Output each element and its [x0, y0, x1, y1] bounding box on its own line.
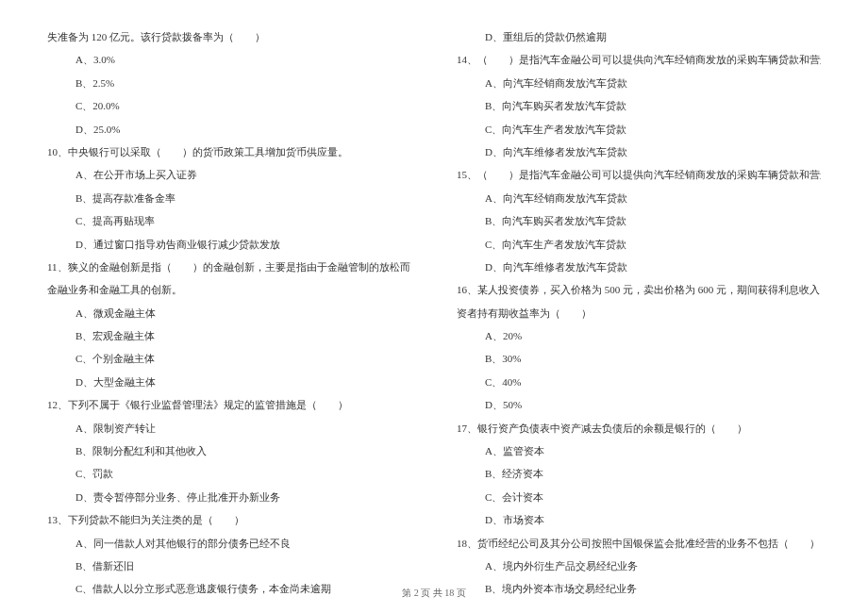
q16-stem-line1: 16、某人投资债券，买入价格为 500 元，卖出价格为 600 元，期间获得利息…: [457, 283, 821, 297]
q18-stem: 18、货币经纪公司及其分公司按照中国银保监会批准经营的业务不包括（ ）: [457, 537, 821, 551]
q15-option-d: D、向汽车维修者发放汽车贷款: [457, 260, 821, 274]
q13-option-a: A、同一借款人对其他银行的部分债务已经不良: [47, 537, 411, 551]
q10-option-a: A、在公开市场上买入证券: [47, 168, 411, 182]
left-column: 失准备为 120 亿元。该行贷款拨备率为（ ） A、3.0% B、2.5% C、…: [47, 30, 411, 605]
q11-option-c: C、个别金融主体: [47, 352, 411, 366]
q10-option-b: B、提高存款准备金率: [47, 191, 411, 206]
q17-option-b: B、经济资本: [457, 467, 821, 481]
q15-stem: 15、（ ）是指汽车金融公司可以提供向汽车经销商发放的采购车辆贷款和营运设备贷款…: [457, 168, 821, 182]
q10-stem: 10、中央银行可以采取（ ）的货币政策工具增加货币供应量。: [47, 145, 411, 159]
page-body: 失准备为 120 亿元。该行贷款拨备率为（ ） A、3.0% B、2.5% C、…: [47, 30, 821, 605]
q16-option-b: B、30%: [457, 352, 821, 366]
q13-option-d: D、重组后的贷款仍然逾期: [457, 30, 821, 44]
q12-option-b: B、限制分配红利和其他收入: [47, 444, 411, 458]
q13-option-b: B、借新还旧: [47, 559, 411, 573]
q14-option-d: D、向汽车维修者发放汽车贷款: [457, 145, 821, 159]
q9-option-d: D、25.0%: [47, 123, 411, 137]
q17-option-a: A、监管资本: [457, 444, 821, 458]
right-column: D、重组后的贷款仍然逾期 14、（ ）是指汽车金融公司可以提供向汽车经销商发放的…: [457, 30, 821, 605]
q9-option-a: A、3.0%: [47, 53, 411, 67]
q11-option-b: B、宏观金融主体: [47, 329, 411, 343]
q11-option-d: D、大型金融主体: [47, 375, 411, 389]
q12-stem: 12、下列不属于《银行业监督管理法》规定的监管措施是（ ）: [47, 398, 411, 412]
q11-option-a: A、微观金融主体: [47, 306, 411, 321]
q14-option-c: C、向汽车生产者发放汽车贷款: [457, 123, 821, 137]
q17-stem: 17、银行资产负债表中资产减去负债后的余额是银行的（ ）: [457, 422, 821, 436]
q10-option-c: C、提高再贴现率: [47, 214, 411, 228]
q10-option-d: D、通过窗口指导劝告商业银行减少贷款发放: [47, 238, 411, 252]
q11-stem-line1: 11、狭义的金融创新是指（ ）的金融创新，主要是指由于金融管制的放松而引发的一系…: [47, 260, 411, 274]
q18-option-a: A、境内外衍生产品交易经纪业务: [457, 559, 821, 573]
q12-option-c: C、罚款: [47, 467, 411, 481]
q11-stem-line2: 金融业务和金融工具的创新。: [47, 283, 411, 297]
q14-option-a: A、向汽车经销商发放汽车贷款: [457, 76, 821, 91]
q17-option-d: D、市场资本: [457, 513, 821, 527]
q9-option-b: B、2.5%: [47, 76, 411, 91]
q16-option-c: C、40%: [457, 375, 821, 389]
page-footer: 第 2 页 共 18 页: [0, 587, 868, 600]
q12-option-d: D、责令暂停部分业务、停止批准开办新业务: [47, 490, 411, 505]
q12-option-a: A、限制资产转让: [47, 422, 411, 436]
q14-option-b: B、向汽车购买者发放汽车贷款: [457, 99, 821, 113]
q16-stem-line2: 资者持有期收益率为（ ）: [457, 306, 821, 321]
q15-option-b: B、向汽车购买者发放汽车贷款: [457, 214, 821, 228]
q9-stem: 失准备为 120 亿元。该行贷款拨备率为（ ）: [47, 30, 411, 44]
q13-stem: 13、下列贷款不能归为关注类的是（ ）: [47, 513, 411, 527]
q15-option-c: C、向汽车生产者发放汽车贷款: [457, 238, 821, 252]
q16-option-a: A、20%: [457, 329, 821, 343]
q14-stem: 14、（ ）是指汽车金融公司可以提供向汽车经销商发放的采购车辆贷款和营运设备贷款…: [457, 53, 821, 67]
q15-option-a: A、向汽车经销商发放汽车贷款: [457, 191, 821, 206]
q16-option-d: D、50%: [457, 398, 821, 412]
q17-option-c: C、会计资本: [457, 490, 821, 505]
q9-option-c: C、20.0%: [47, 99, 411, 113]
